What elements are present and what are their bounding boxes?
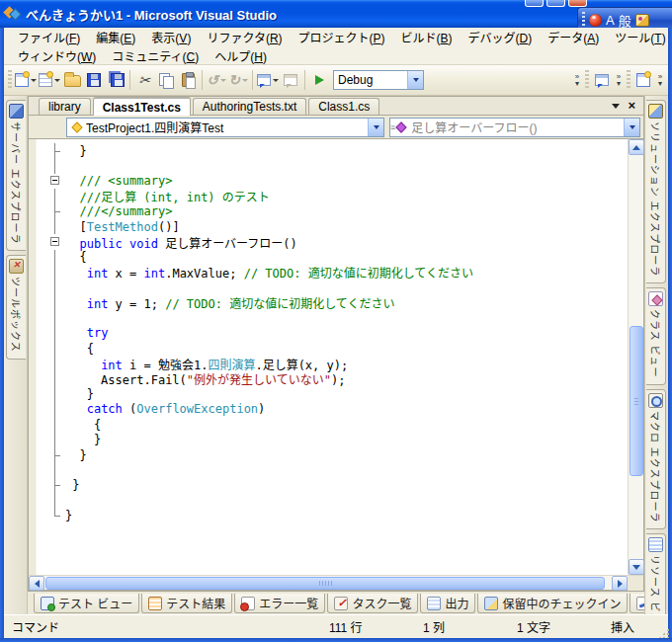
fold-margin[interactable] bbox=[48, 432, 62, 446]
bottom-tab-test-results[interactable]: テスト結果 bbox=[141, 594, 232, 613]
fold-margin[interactable] bbox=[48, 462, 62, 477]
fold-margin[interactable] bbox=[48, 402, 62, 417]
toolbar-grip[interactable] bbox=[585, 70, 589, 90]
paste-button[interactable] bbox=[177, 69, 199, 91]
combo-dropdown-button[interactable] bbox=[368, 119, 383, 136]
ime-status-icon[interactable] bbox=[589, 14, 602, 27]
toolbar-overflow-button[interactable]: »▾ bbox=[654, 73, 666, 87]
menu-item-V[interactable]: 表示(V) bbox=[143, 28, 199, 46]
solution-configurations-combo[interactable]: Debug bbox=[333, 70, 424, 90]
menu-item-D[interactable]: デバッグ(D) bbox=[461, 28, 541, 46]
menu-item-B[interactable]: ビルド(B) bbox=[393, 28, 461, 46]
document-tab[interactable]: Class1Test.cs bbox=[93, 97, 191, 116]
document-tab[interactable]: AuthoringTests.txt bbox=[193, 98, 306, 115]
close-button[interactable] bbox=[568, 0, 587, 7]
fold-margin[interactable] bbox=[48, 281, 62, 295]
menu-item-E[interactable]: 編集(E) bbox=[88, 28, 143, 46]
bottom-tab-test-view[interactable]: テスト ビュー bbox=[34, 594, 139, 613]
vertical-scrollbar[interactable] bbox=[628, 139, 643, 575]
fold-margin[interactable] bbox=[48, 386, 62, 401]
menu-item-F[interactable]: ファイル(F) bbox=[10, 28, 88, 46]
fold-margin[interactable] bbox=[48, 508, 62, 522]
fold-margin[interactable] bbox=[48, 447, 62, 462]
undo-button[interactable]: ↺ bbox=[206, 69, 227, 91]
fold-margin[interactable] bbox=[48, 478, 62, 493]
fold-margin[interactable] bbox=[48, 250, 62, 265]
selection-margin[interactable] bbox=[29, 139, 37, 575]
menu-item-P[interactable]: プロジェクト(P) bbox=[291, 28, 393, 46]
toolbar-grip[interactable] bbox=[8, 70, 12, 90]
menu-item-H[interactable]: ヘルプ(H) bbox=[207, 46, 275, 65]
scroll-left-arrow[interactable] bbox=[29, 576, 44, 591]
close-document-icon[interactable]: × bbox=[628, 100, 635, 112]
fold-margin[interactable] bbox=[48, 234, 62, 249]
fold-margin[interactable] bbox=[48, 189, 62, 203]
sidebar-tab-macro-explorer[interactable]: マクロ エクスプローラ bbox=[646, 389, 666, 529]
fold-margin[interactable] bbox=[48, 204, 62, 219]
toolbar-overflow-button[interactable]: »▾ bbox=[571, 73, 583, 87]
combo-dropdown-button[interactable] bbox=[407, 71, 423, 89]
cut-button[interactable]: ✂ bbox=[133, 69, 155, 91]
fold-margin[interactable] bbox=[48, 265, 62, 280]
scroll-right-arrow[interactable] bbox=[612, 576, 628, 591]
bottom-tab-find-results[interactable]: 検索結果 1 bbox=[630, 594, 644, 613]
combo-dropdown-button[interactable] bbox=[624, 119, 639, 136]
bottom-tab-error-list[interactable]: エラー一覧 bbox=[234, 594, 325, 613]
fold-margin[interactable] bbox=[48, 493, 62, 508]
scroll-down-arrow[interactable] bbox=[629, 559, 644, 575]
maximize-button[interactable] bbox=[546, 0, 565, 7]
bottom-tab-task-list[interactable]: タスク一覧 bbox=[327, 594, 418, 613]
fold-margin[interactable] bbox=[48, 143, 62, 158]
active-files-dropdown-icon[interactable] bbox=[612, 104, 620, 109]
navigate-backward-button[interactable] bbox=[256, 69, 280, 91]
types-combo[interactable]: TestProject1.四則演算Test bbox=[66, 118, 384, 137]
sidebar-tab-class-view[interactable]: クラス ビュー bbox=[646, 287, 666, 385]
members-combo[interactable]: ≡ 足し算オーバーフロー() bbox=[389, 118, 640, 137]
new-project-button[interactable] bbox=[14, 69, 38, 91]
scroll-up-arrow[interactable] bbox=[629, 139, 644, 155]
redo-button[interactable]: ↻ bbox=[227, 69, 249, 91]
fold-margin[interactable] bbox=[48, 341, 62, 356]
code-editor[interactable]: } /// <summary> ///足し算 (int, int) のテスト /… bbox=[29, 139, 628, 575]
sidebar-tab-server-explorer[interactable]: サーバー エクスプローラ bbox=[6, 100, 26, 251]
document-tab[interactable]: Class1.cs bbox=[308, 98, 379, 115]
sidebar-tab-toolbox[interactable]: ツールボックス bbox=[6, 255, 26, 360]
menu-item-C[interactable]: コミュニティ(C) bbox=[104, 46, 207, 65]
horizontal-scroll-thumb[interactable] bbox=[45, 577, 605, 590]
solution-explorer-toolbar-button[interactable] bbox=[591, 69, 613, 91]
add-item-button[interactable] bbox=[38, 69, 61, 91]
navigate-forward-button[interactable] bbox=[280, 69, 301, 91]
fold-margin[interactable] bbox=[48, 158, 62, 173]
vertical-scroll-thumb[interactable] bbox=[630, 326, 643, 476]
document-tab[interactable]: library bbox=[39, 98, 91, 115]
fold-margin[interactable] bbox=[48, 310, 62, 325]
bottom-tab-pending-checkins[interactable]: 保留中のチェックイン bbox=[477, 594, 628, 613]
sidebar-tab-solution-explorer[interactable]: ソリューション エクスプローラ bbox=[646, 100, 666, 283]
start-debugging-button[interactable] bbox=[308, 69, 330, 91]
ime-mode-alpha[interactable]: A bbox=[606, 13, 615, 28]
fold-margin[interactable] bbox=[48, 356, 62, 370]
toolbar-grip[interactable] bbox=[627, 70, 630, 90]
open-file-button[interactable] bbox=[61, 69, 83, 91]
menu-item-A[interactable]: データ(A) bbox=[540, 28, 607, 46]
fold-margin[interactable] bbox=[48, 326, 62, 341]
copy-button[interactable] bbox=[155, 69, 177, 91]
fold-margin[interactable] bbox=[48, 219, 62, 234]
toolbar-overflow-button[interactable]: »▾ bbox=[613, 73, 625, 87]
ime-mode-hankaku[interactable]: 般 bbox=[619, 11, 631, 30]
fold-margin[interactable] bbox=[48, 371, 62, 386]
menu-item-T[interactable]: ツール(T) bbox=[607, 28, 672, 46]
ime-tools-icon[interactable] bbox=[635, 14, 649, 27]
menu-item-R[interactable]: リファクタ(R) bbox=[199, 28, 290, 46]
horizontal-scrollbar[interactable] bbox=[29, 575, 643, 590]
bottom-tab-output[interactable]: 出力 bbox=[420, 594, 475, 613]
fold-margin[interactable] bbox=[48, 417, 62, 432]
ime-drag-handle[interactable] bbox=[582, 12, 585, 28]
minimize-button[interactable] bbox=[525, 0, 544, 7]
fold-margin[interactable] bbox=[48, 295, 62, 310]
save-all-button[interactable] bbox=[105, 69, 126, 91]
save-button[interactable] bbox=[83, 69, 105, 91]
new-test-button[interactable] bbox=[632, 69, 654, 91]
menu-item-W[interactable]: ウィンドウ(W) bbox=[10, 46, 104, 65]
fold-margin[interactable] bbox=[48, 174, 62, 189]
